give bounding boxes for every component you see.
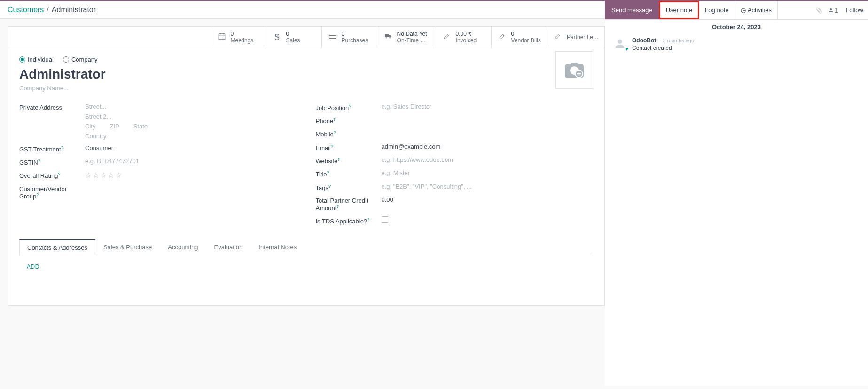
email-value[interactable]: admin@example.com <box>382 143 594 150</box>
edit-icon <box>553 32 563 42</box>
label-mobile: Mobile? <box>316 129 382 138</box>
label-rating: Overall Rating? <box>19 171 85 179</box>
edit-icon <box>497 32 508 42</box>
chat-message: ♥ OdooBot - 3 months ago Contact created <box>605 35 868 53</box>
edit-icon <box>442 32 452 42</box>
country-input[interactable]: Country <box>85 133 297 140</box>
chat-timestamp: - 3 months ago <box>660 38 694 43</box>
activities-button[interactable]: Activities <box>735 1 778 19</box>
svg-rect-10 <box>329 34 336 38</box>
tab-notes[interactable]: Internal Notes <box>250 239 305 255</box>
street-input[interactable]: Street... <box>85 103 297 110</box>
avatar-icon: ♥ <box>613 37 627 51</box>
send-message-button[interactable]: Send message <box>605 1 659 19</box>
website-input[interactable]: e.g. https://www.odoo.com <box>382 156 594 163</box>
label-email: Email? <box>316 143 382 151</box>
label-gst-treatment: GST Treatment? <box>19 144 85 153</box>
radio-individual[interactable]: Individual <box>19 56 54 63</box>
star-icon[interactable]: ☆ <box>108 171 114 180</box>
tab-sales[interactable]: Sales & Purchase <box>95 239 160 255</box>
dollar-icon: $ <box>272 32 282 42</box>
star-icon[interactable]: ☆ <box>115 171 122 180</box>
label-tds: Is TDS Applicable?? <box>316 216 382 225</box>
chat-text: Contact created <box>632 45 694 51</box>
label-gstin: GSTIN? <box>19 158 85 166</box>
breadcrumb-sep: / <box>47 6 48 14</box>
label-credit: Total Partner Credit Amount? <box>316 196 382 212</box>
job-input[interactable]: e.g. Sales Director <box>382 103 594 110</box>
breadcrumb-current: Administrator <box>52 6 96 14</box>
camera-icon <box>563 61 586 79</box>
follow-button[interactable]: Follow <box>841 1 868 19</box>
company-name-input[interactable]: Company Name... <box>19 85 593 92</box>
rating-stars[interactable]: ☆ ☆ ☆ ☆ ☆ <box>85 171 297 180</box>
svg-point-12 <box>386 37 387 38</box>
star-icon[interactable]: ☆ <box>85 171 92 180</box>
tabs: Contacts & Addresses Sales & Purchase Ac… <box>19 239 593 255</box>
calendar-icon <box>217 32 227 43</box>
radio-dot-icon <box>19 56 25 63</box>
stat-purchases[interactable]: 0Purchases <box>322 27 377 48</box>
followers-count[interactable]: 1 <box>825 1 841 19</box>
state-input[interactable]: State <box>133 123 148 130</box>
zip-input[interactable]: ZIP <box>109 123 119 130</box>
street2-input[interactable]: Street 2... <box>85 113 297 120</box>
tags-input[interactable]: e.g. "B2B", "VIP", "Consulting", ... <box>382 183 594 190</box>
stat-vendorbills[interactable]: 0Vendor Bills <box>492 27 547 48</box>
truck-icon <box>383 32 393 43</box>
clock-icon <box>741 7 746 14</box>
add-contact-button[interactable]: ADD <box>27 263 39 270</box>
label-title: Title? <box>316 169 382 178</box>
city-input[interactable]: City <box>85 123 95 130</box>
chat-date-separator: October 24, 2023 <box>605 19 868 35</box>
stat-buttons-bar: 0Meetings $ 0Sales 0Purchases No Dat <box>8 27 604 48</box>
gstin-input[interactable]: e.g. BE0477472701 <box>85 158 297 165</box>
stat-meetings[interactable]: 0Meetings <box>211 27 266 48</box>
heart-icon: ♥ <box>625 46 628 52</box>
gst-treatment-value[interactable]: Consumer <box>85 144 297 151</box>
svg-rect-0 <box>219 34 225 40</box>
label-job: Job Position? <box>316 103 382 111</box>
attachment-icon[interactable] <box>813 1 825 19</box>
svg-point-13 <box>389 37 390 38</box>
stat-ontime[interactable]: No Data YetOn-Time R… <box>377 27 436 48</box>
chat-author[interactable]: OdooBot <box>632 37 656 44</box>
title-input[interactable]: e.g. Mister <box>382 169 594 176</box>
star-icon[interactable]: ☆ <box>100 171 107 180</box>
radio-company[interactable]: Company <box>63 56 98 63</box>
credit-value: 0.00 <box>382 196 594 203</box>
tab-evaluation[interactable]: Evaluation <box>206 239 251 255</box>
record-name[interactable]: Administrator <box>19 67 593 82</box>
stat-partnerledger[interactable]: Partner Le… <box>547 27 604 48</box>
tab-accounting[interactable]: Accounting <box>160 239 206 255</box>
tds-checkbox[interactable] <box>382 216 388 223</box>
log-note-button[interactable]: Log note <box>699 1 735 19</box>
label-tags: Tags? <box>316 183 382 191</box>
stat-invoiced[interactable]: 0.00 ₹Invoiced <box>436 27 492 48</box>
card-icon <box>328 32 338 43</box>
radio-dot-icon <box>63 56 69 63</box>
label-group: Customer/Vendor Group? <box>19 184 85 200</box>
user-note-button[interactable]: User note <box>659 1 699 19</box>
stat-sales[interactable]: $ 0Sales <box>266 27 322 48</box>
label-private-address: Private Address <box>19 103 85 111</box>
avatar-upload[interactable] <box>555 51 593 89</box>
tab-contacts[interactable]: Contacts & Addresses <box>19 239 95 255</box>
breadcrumb-customers-link[interactable]: Customers <box>8 6 44 14</box>
label-website: Website? <box>316 156 382 165</box>
star-icon[interactable]: ☆ <box>93 171 99 180</box>
label-phone: Phone? <box>316 116 382 125</box>
